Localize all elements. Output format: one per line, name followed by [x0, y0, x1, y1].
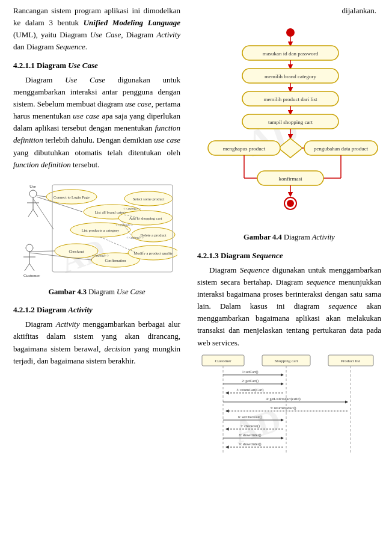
activity-diagram-svg: AD masukan id dan password memilih brand…: [197, 22, 381, 229]
svg-text:<<extend>>: <<extend>>: [123, 207, 141, 211]
svg-text:Connect to Login Page: Connect to Login Page: [54, 195, 90, 199]
intro-bold-italic: Unified Modeling Language: [84, 18, 180, 27]
right-intro-text: dijalankan.: [197, 5, 381, 17]
page: Rancangan sistem program aplikasi ini di…: [0, 0, 392, 460]
svg-text:8: showOrder(): 8: showOrder(): [239, 433, 262, 437]
svg-line-4: [28, 209, 33, 217]
activity-diagram-container: AD masukan id dan password memilih brand…: [197, 22, 381, 229]
para-422: Diagram Activity menggambarkan berbagai …: [13, 318, 180, 367]
svg-text:4: getListProduct(catId): 4: getListProduct(catId): [266, 397, 300, 401]
svg-text:tampil shopping cart: tampil shopping cart: [268, 119, 313, 125]
heading-423: 4.2.1.3 Diagram Sequence: [197, 250, 381, 262]
use-case-diagram-svg: AD Use Customer Connect to Login: [16, 176, 177, 284]
svg-text:Checkout: Checkout: [69, 249, 84, 253]
sequence-italic-intro: Sequence: [56, 42, 85, 51]
right-column: dijalankan. AD masukan id dan password m…: [191, 0, 392, 460]
activity-italic-intro: Activity: [156, 30, 180, 39]
svg-text:memilih product dari list: memilih product dari list: [263, 96, 317, 102]
svg-text:Confirmation: Confirmation: [105, 258, 126, 262]
svg-text:Customer: Customer: [23, 273, 40, 278]
sequence-diagram-svg: AD Customer Shopping cart Product list 1…: [199, 354, 379, 453]
svg-text:<<extend>>: <<extend>>: [91, 254, 109, 258]
svg-text:3: returnCart(Cart): 3: returnCart(Cart): [236, 388, 263, 392]
para-421: Diagram Use Case digunakan untuk menggam…: [13, 74, 180, 171]
heading-421: 4.2.1.1 Diagram Use Case: [13, 60, 180, 72]
svg-line-35: [29, 251, 55, 252]
svg-text:konfirmasi: konfirmasi: [279, 176, 302, 182]
svg-line-32: [37, 196, 46, 197]
svg-point-46: [286, 28, 295, 37]
svg-text:Shopping cart: Shopping cart: [274, 359, 298, 363]
intro-text-5: .: [85, 42, 87, 51]
svg-text:1: setCart(): 1: setCart(): [242, 370, 258, 374]
heading-422: 4.2.1.2 Diagram Activity: [13, 304, 180, 316]
fig43-caption: Gambar 4.3 Diagram Use Case: [13, 286, 180, 298]
svg-text:List products a category: List products a category: [82, 228, 120, 232]
svg-text:masukan id dan password: masukan id dan password: [263, 51, 319, 57]
svg-text:9: showOrder(): 9: showOrder(): [239, 442, 262, 447]
svg-text:pengubahan data product: pengubahan data product: [314, 146, 369, 152]
svg-text:<<extend>>: <<extend>>: [115, 223, 133, 227]
svg-text:Product list: Product list: [341, 359, 360, 363]
para-423: Diagram Sequence digunakan untuk menggam…: [197, 264, 381, 349]
svg-text:Customer: Customer: [215, 359, 231, 363]
use-case-italic: Use Case: [90, 30, 121, 39]
intro-text-2: (UML), yaitu Diagram: [13, 30, 90, 39]
svg-text:6: setCheckout(): 6: setCheckout(): [238, 415, 262, 419]
sequence-diagram-container: AD Customer Shopping cart Product list 1…: [197, 354, 381, 453]
svg-line-11: [29, 264, 34, 271]
intro-text-4: dan Diagram: [13, 42, 56, 51]
svg-text:memilih brand category: memilih brand category: [265, 73, 316, 79]
svg-line-5: [33, 209, 38, 217]
intro-paragraph: Rancangan sistem program aplikasi ini di…: [13, 5, 180, 54]
svg-point-1: [29, 190, 37, 197]
svg-text:menghapus product: menghapus product: [223, 146, 266, 152]
svg-text:Delete a product: Delete a product: [141, 233, 167, 237]
svg-text:7: checkout(): 7: checkout(): [240, 424, 260, 428]
intro-text-3: , Diagram: [121, 30, 156, 39]
svg-text:<<extend>>: <<extend>>: [126, 236, 144, 240]
svg-line-10: [25, 264, 29, 271]
left-column: Rancangan sistem program aplikasi ini di…: [0, 0, 191, 460]
fig44-caption: Gambar 4.4 Diagram Activity: [197, 232, 381, 243]
svg-text:Use: Use: [29, 184, 36, 189]
svg-point-7: [26, 244, 33, 252]
use-case-diagram-container: AD Use Customer Connect to Login: [13, 176, 180, 284]
svg-text:5: returnProduct(): 5: returnProduct(): [270, 406, 296, 410]
svg-text:2: getCart(): 2: getCart(): [242, 379, 259, 383]
svg-point-75: [287, 200, 294, 207]
svg-text:Modify a product quality: Modify a product quality: [133, 251, 173, 255]
svg-text:Select some product: Select some product: [133, 197, 165, 201]
